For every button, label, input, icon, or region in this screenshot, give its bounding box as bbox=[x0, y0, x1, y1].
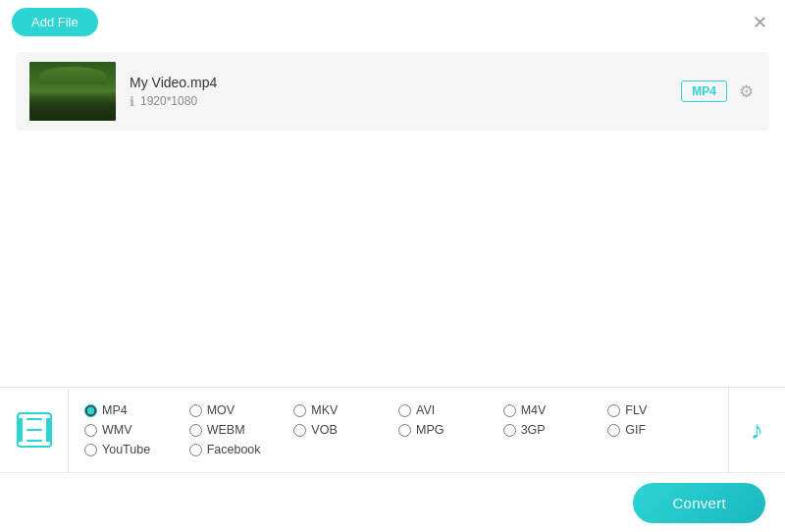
film-icon bbox=[17, 412, 52, 448]
format-label-wmv[interactable]: WMV bbox=[102, 423, 132, 437]
format-label-3gp[interactable]: 3GP bbox=[521, 423, 546, 437]
format-radio-gif[interactable] bbox=[607, 424, 620, 437]
format-label-webm[interactable]: WEBM bbox=[207, 423, 245, 437]
format-radio-flv[interactable] bbox=[607, 404, 620, 417]
format-label-vob[interactable]: VOB bbox=[311, 423, 337, 437]
format-option-mp4[interactable]: MP4 bbox=[84, 403, 189, 417]
format-label-m4v[interactable]: M4V bbox=[521, 403, 547, 417]
format-option-vob[interactable]: VOB bbox=[293, 423, 398, 437]
video-format-icon-container bbox=[0, 388, 69, 472]
music-format-icon-container[interactable]: ♪ bbox=[728, 388, 785, 472]
format-option-flv[interactable]: FLV bbox=[607, 403, 712, 417]
format-radio-vob[interactable] bbox=[293, 424, 306, 437]
format-options-grid: MP4 MOV MKV AVI M4V FLV WMV WEBM bbox=[69, 394, 728, 466]
format-label-mov[interactable]: MOV bbox=[207, 403, 235, 417]
format-label-mp4[interactable]: MP4 bbox=[102, 403, 128, 417]
file-list: My Video.mp4 ℹ 1920*1080 MP4 ⚙ bbox=[0, 44, 785, 138]
close-button[interactable]: ✕ bbox=[747, 12, 773, 33]
file-info: My Video.mp4 ℹ 1920*1080 bbox=[130, 75, 667, 109]
settings-button[interactable]: ⚙ bbox=[737, 80, 756, 104]
format-option-mpg[interactable]: MPG bbox=[398, 423, 503, 437]
format-radio-3gp[interactable] bbox=[503, 424, 516, 437]
format-label-flv[interactable]: FLV bbox=[625, 403, 647, 417]
format-option-youtube[interactable]: YouTube bbox=[84, 443, 189, 456]
thumbnail bbox=[29, 62, 116, 121]
format-option-avi[interactable]: AVI bbox=[398, 403, 503, 417]
format-radio-mpg[interactable] bbox=[398, 424, 411, 437]
format-option-m4v[interactable]: M4V bbox=[503, 403, 608, 417]
add-file-button[interactable]: Add File bbox=[12, 8, 98, 36]
title-bar: Add File ✕ bbox=[0, 0, 785, 44]
format-badge[interactable]: MP4 bbox=[681, 80, 727, 102]
format-option-webm[interactable]: WEBM bbox=[189, 423, 294, 437]
file-actions: MP4 ⚙ bbox=[681, 80, 756, 104]
format-label-gif[interactable]: GIF bbox=[625, 423, 646, 437]
file-meta: ℹ 1920*1080 bbox=[130, 94, 667, 109]
thumbnail-image bbox=[29, 62, 116, 121]
file-item: My Video.mp4 ℹ 1920*1080 MP4 ⚙ bbox=[16, 52, 769, 131]
format-selector: MP4 MOV MKV AVI M4V FLV WMV WEBM bbox=[0, 387, 785, 473]
format-option-gif[interactable]: GIF bbox=[607, 423, 712, 437]
format-option-facebook[interactable]: Facebook bbox=[189, 443, 294, 456]
format-radio-mov[interactable] bbox=[189, 404, 202, 417]
format-option-mov[interactable]: MOV bbox=[189, 403, 294, 417]
info-icon: ℹ bbox=[130, 94, 134, 109]
format-label-youtube[interactable]: YouTube bbox=[102, 443, 150, 456]
convert-bar: Convert bbox=[0, 473, 785, 532]
format-radio-mp4[interactable] bbox=[84, 404, 97, 417]
format-radio-wmv[interactable] bbox=[84, 424, 97, 437]
format-radio-m4v[interactable] bbox=[503, 404, 516, 417]
format-option-wmv[interactable]: WMV bbox=[84, 423, 189, 437]
format-radio-facebook[interactable] bbox=[189, 444, 202, 456]
format-option-mkv[interactable]: MKV bbox=[293, 403, 398, 417]
format-label-facebook[interactable]: Facebook bbox=[207, 443, 261, 456]
format-option-3gp[interactable]: 3GP bbox=[503, 423, 608, 437]
film-notch-bottom bbox=[26, 440, 42, 442]
film-notch-top bbox=[26, 418, 42, 420]
convert-button[interactable]: Convert bbox=[633, 483, 765, 523]
format-radio-webm[interactable] bbox=[189, 424, 202, 437]
format-radio-avi[interactable] bbox=[398, 404, 411, 417]
music-note-icon: ♪ bbox=[751, 417, 763, 443]
format-radio-mkv[interactable] bbox=[293, 404, 306, 417]
format-radio-youtube[interactable] bbox=[84, 444, 97, 456]
film-notch-mid bbox=[26, 429, 42, 431]
format-label-mkv[interactable]: MKV bbox=[311, 403, 338, 417]
format-label-avi[interactable]: AVI bbox=[416, 403, 435, 417]
format-label-mpg[interactable]: MPG bbox=[416, 423, 444, 437]
file-resolution: 1920*1080 bbox=[140, 94, 197, 108]
file-name: My Video.mp4 bbox=[130, 75, 667, 90]
